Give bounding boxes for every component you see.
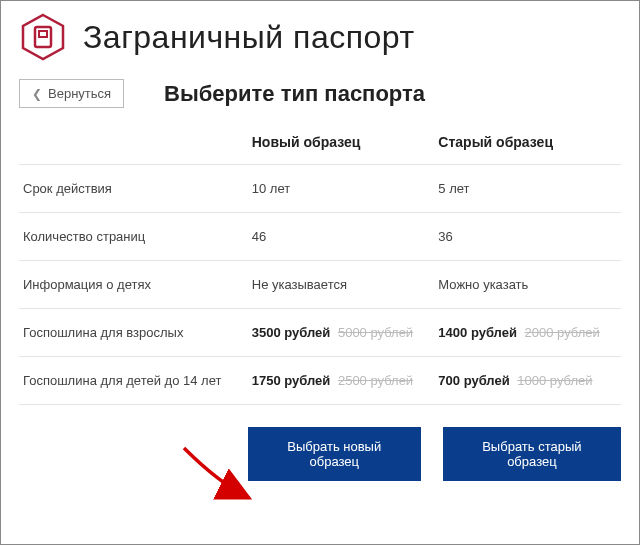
table-row: Госпошлина для детей до 14 лет 1750 рубл… — [19, 357, 621, 405]
cell-value: 1750 рублей 2500 рублей — [248, 357, 435, 405]
price: 1750 рублей — [252, 373, 331, 388]
page-title: Заграничный паспорт — [83, 19, 415, 56]
cell-value: 3500 рублей 5000 рублей — [248, 309, 435, 357]
price: 3500 рублей — [252, 325, 331, 340]
price-old: 5000 рублей — [338, 325, 413, 340]
row-label: Информация о детях — [19, 261, 248, 309]
price: 1400 рублей — [438, 325, 517, 340]
table-row: Срок действия 10 лет 5 лет — [19, 165, 621, 213]
cell-value: 36 — [434, 213, 621, 261]
table-row: Количество страниц 46 36 — [19, 213, 621, 261]
cell-value: Не указывается — [248, 261, 435, 309]
passport-icon — [19, 13, 67, 61]
comparison-table: Новый образец Старый образец Срок действ… — [19, 116, 621, 405]
price: 700 рублей — [438, 373, 509, 388]
choose-new-button[interactable]: Выбрать новый образец — [248, 427, 421, 481]
table-row: Информация о детях Не указывается Можно … — [19, 261, 621, 309]
choose-old-button[interactable]: Выбрать старый образец — [443, 427, 621, 481]
page-header: Заграничный паспорт — [19, 13, 621, 61]
chevron-left-icon: ❮ — [32, 87, 42, 101]
price-old: 2500 рублей — [338, 373, 413, 388]
row-label: Госпошлина для детей до 14 лет — [19, 357, 248, 405]
subtitle: Выберите тип паспорта — [164, 81, 425, 107]
table-row: Госпошлина для взрослых 3500 рублей 5000… — [19, 309, 621, 357]
row-label: Срок действия — [19, 165, 248, 213]
cell-value: Можно указать — [434, 261, 621, 309]
actions-row: Выбрать новый образец Выбрать старый обр… — [248, 405, 621, 481]
cell-value: 10 лет — [248, 165, 435, 213]
svg-rect-2 — [39, 31, 47, 37]
cell-value: 46 — [248, 213, 435, 261]
back-button[interactable]: ❮ Вернуться — [19, 79, 124, 108]
row-label: Количество страниц — [19, 213, 248, 261]
column-header-old: Старый образец — [434, 116, 621, 165]
price-old: 2000 рублей — [525, 325, 600, 340]
price-old: 1000 рублей — [517, 373, 592, 388]
cell-value: 700 рублей 1000 рублей — [434, 357, 621, 405]
row-label: Госпошлина для взрослых — [19, 309, 248, 357]
cell-value: 1400 рублей 2000 рублей — [434, 309, 621, 357]
cell-value: 5 лет — [434, 165, 621, 213]
back-button-label: Вернуться — [48, 86, 111, 101]
column-header-new: Новый образец — [248, 116, 435, 165]
